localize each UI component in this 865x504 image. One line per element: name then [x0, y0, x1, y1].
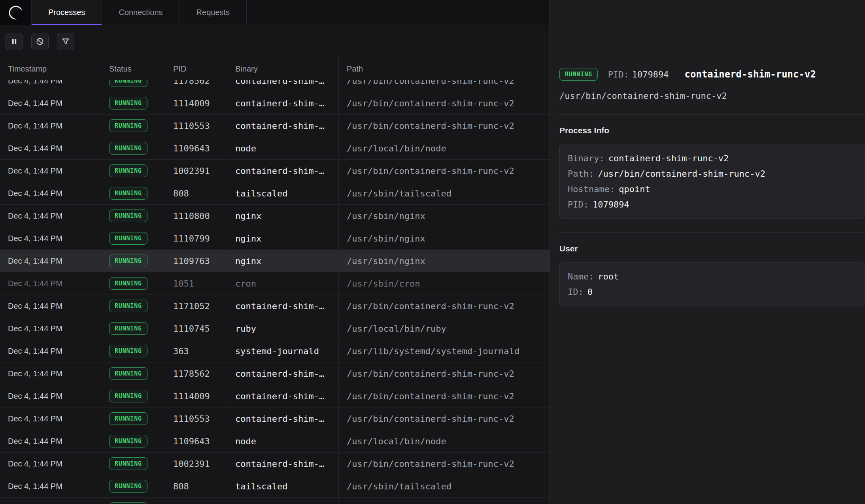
table-row[interactable]: Dec 4, 1:44 PM RUNNING 1110745 ruby /usr…: [0, 317, 550, 340]
cell-binary: containerd-shim-runc-v2: [227, 295, 338, 317]
column-header-pid[interactable]: PID: [165, 58, 227, 80]
field-pid-value: 1079894: [593, 200, 629, 210]
status-badge: RUNNING: [109, 390, 147, 402]
table-row[interactable]: Dec 4, 1:44 PM RUNNING 1114009 container…: [0, 385, 550, 408]
cell-pid: 1114009: [165, 92, 227, 114]
column-header-timestamp[interactable]: Timestamp: [0, 58, 101, 80]
cell-pid: 1178562: [165, 80, 227, 92]
cell-path: /usr/local/bin/node: [338, 430, 550, 452]
table-row[interactable]: Dec 4, 1:44 PM RUNNING 1178562 container…: [0, 362, 550, 385]
cell-path: /usr/sbin/nginx: [338, 250, 550, 272]
panel-title: containerd-shim-runc-v2: [685, 69, 816, 80]
table-row[interactable]: Dec 4, 1:44 PM RUNNING 1110800 nginx /us…: [0, 498, 550, 504]
eclipse-logo-icon: [8, 4, 24, 21]
table-row[interactable]: Dec 4, 1:44 PM RUNNING 1109643 node /usr…: [0, 430, 550, 453]
cell-timestamp: Dec 4, 1:44 PM: [0, 92, 101, 114]
cell-path: /usr/bin/containerd-shim-runc-v2: [338, 295, 550, 317]
table-row[interactable]: Dec 4, 1:44 PM RUNNING 1109763 nginx /us…: [0, 250, 550, 272]
table-row[interactable]: Dec 4, 1:44 PM RUNNING 1051 cron /usr/sb…: [0, 272, 550, 295]
cell-binary: cron: [227, 272, 338, 294]
table-row[interactable]: Dec 4, 1:44 PM RUNNING 1109643 node /usr…: [0, 137, 550, 160]
cell-pid: 1110799: [165, 227, 227, 249]
cell-binary: containerd-shim-runc-v2: [227, 92, 338, 114]
cell-timestamp: Dec 4, 1:44 PM: [0, 340, 101, 362]
table-row[interactable]: Dec 4, 1:44 PM RUNNING 1110799 nginx /us…: [0, 227, 550, 250]
table-toolbar: [0, 25, 550, 58]
table-row[interactable]: Dec 4, 1:44 PM RUNNING 1002391 container…: [0, 453, 550, 475]
cell-binary-text: containerd-shim-runc-v2: [235, 98, 329, 108]
cell-timestamp: Dec 4, 1:44 PM: [0, 475, 101, 497]
cell-binary-text: nginx: [235, 234, 261, 244]
table-row[interactable]: Dec 4, 1:44 PM RUNNING 1110553 container…: [0, 115, 550, 137]
field-path: Path:/usr/bin/containerd-shim-runc-v2: [568, 166, 857, 181]
table-row[interactable]: Dec 4, 1:44 PM RUNNING 1178562 container…: [0, 80, 550, 92]
cell-status: RUNNING: [101, 272, 165, 294]
table-row[interactable]: Dec 4, 1:44 PM RUNNING 1002391 container…: [0, 160, 550, 182]
user-section: User Name:root ID:0: [559, 244, 865, 306]
field-user-name-value: root: [598, 272, 619, 281]
cell-path: /usr/sbin/cron: [338, 272, 550, 294]
cell-pid: 1051: [165, 272, 227, 294]
cell-path: /usr/bin/containerd-shim-runc-v2: [338, 80, 550, 92]
cell-pid: 1109643: [165, 430, 227, 452]
cell-pid: 363: [165, 340, 227, 362]
cell-pid: 1110745: [165, 317, 227, 340]
field-binary-label: Binary:: [568, 153, 604, 163]
cell-status: RUNNING: [101, 317, 165, 340]
tab-requests[interactable]: Requests: [180, 0, 247, 25]
filter-icon: [61, 37, 70, 46]
column-header-status-label: Status: [109, 64, 132, 74]
table-row[interactable]: Dec 4, 1:44 PM RUNNING 1110800 nginx /us…: [0, 205, 550, 227]
cell-binary-text: containerd-shim-runc-v2: [235, 459, 329, 469]
column-header-status[interactable]: Status: [101, 58, 165, 80]
panel-pid-label: PID:: [608, 70, 629, 79]
tab-connections[interactable]: Connections: [102, 0, 179, 25]
cell-pid: 1110553: [165, 408, 227, 430]
cell-timestamp: Dec 4, 1:44 PM: [0, 272, 101, 294]
status-badge: RUNNING: [109, 412, 147, 425]
main-area: Processes Connections Requests: [0, 0, 550, 504]
cell-pid: 1171052: [165, 295, 227, 317]
field-user-name-label: Name:: [568, 272, 594, 281]
table-body[interactable]: Dec 4, 1:44 PM RUNNING 1178562 container…: [0, 80, 550, 504]
status-badge: RUNNING: [109, 480, 147, 493]
pause-icon: [10, 37, 19, 46]
app-logo[interactable]: [0, 0, 32, 25]
field-user-id: ID:0: [568, 284, 857, 300]
panel-pid: PID:1079894: [608, 70, 669, 79]
tab-processes-label: Processes: [48, 8, 85, 17]
tab-processes[interactable]: Processes: [32, 0, 102, 25]
cell-binary-text: node: [235, 143, 256, 153]
cell-path: /usr/sbin/tailscaled: [338, 182, 550, 204]
table-row[interactable]: Dec 4, 1:44 PM RUNNING 1171052 container…: [0, 295, 550, 317]
column-header-binary[interactable]: Binary: [227, 58, 338, 80]
table-row[interactable]: Dec 4, 1:44 PM RUNNING 808 tailscaled /u…: [0, 182, 550, 205]
clear-button[interactable]: [31, 33, 49, 50]
cell-status: RUNNING: [101, 92, 165, 114]
cell-binary: containerd-shim-runc-v2: [227, 115, 338, 137]
pause-button[interactable]: [6, 33, 23, 50]
cell-timestamp: Dec 4, 1:44 PM: [0, 160, 101, 182]
table-row[interactable]: Dec 4, 1:44 PM RUNNING 1110553 container…: [0, 408, 550, 430]
cell-binary-text: tailscaled: [235, 481, 287, 491]
filter-button[interactable]: [57, 33, 74, 50]
panel-status-badge: RUNNING: [559, 68, 598, 81]
panel-divider: [559, 320, 865, 320]
cell-path: /usr/sbin/nginx: [338, 498, 550, 504]
cell-status: RUNNING: [101, 295, 165, 317]
column-header-path[interactable]: Path: [338, 58, 550, 80]
cell-timestamp: Dec 4, 1:44 PM: [0, 205, 101, 227]
table-row[interactable]: Dec 4, 1:44 PM RUNNING 1114009 container…: [0, 92, 550, 115]
table-row[interactable]: Dec 4, 1:44 PM RUNNING 808 tailscaled /u…: [0, 475, 550, 498]
table-row[interactable]: Dec 4, 1:44 PM RUNNING 363 systemd-journ…: [0, 340, 550, 362]
cell-status: RUNNING: [101, 205, 165, 227]
cell-status: RUNNING: [101, 137, 165, 159]
cell-path: /usr/bin/containerd-shim-runc-v2: [338, 362, 550, 385]
cell-pid: 1110800: [165, 205, 227, 227]
cell-binary-text: tailscaled: [235, 189, 287, 198]
status-badge: RUNNING: [109, 367, 147, 380]
cell-timestamp: Dec 4, 1:44 PM: [0, 430, 101, 452]
cell-path: /usr/bin/containerd-shim-runc-v2: [338, 385, 550, 407]
cell-path: /usr/sbin/tailscaled: [338, 475, 550, 497]
cell-status: RUNNING: [101, 160, 165, 182]
